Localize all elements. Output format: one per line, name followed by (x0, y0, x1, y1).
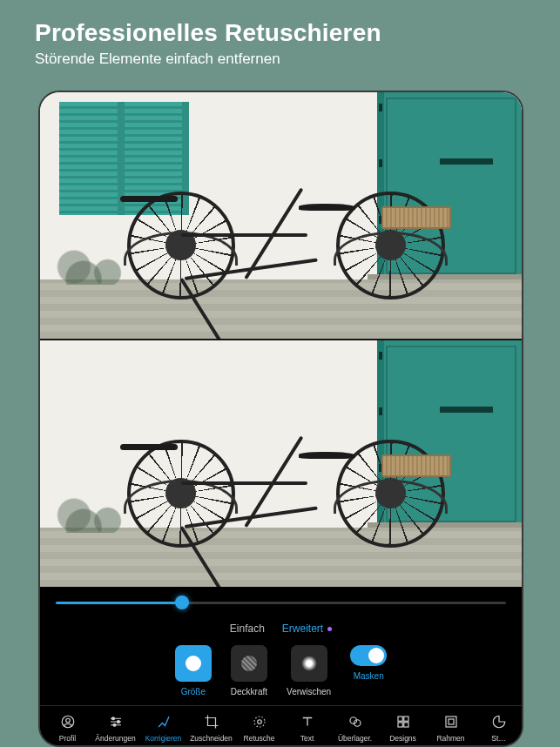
svg-point-5 (257, 720, 261, 724)
tool-opacity[interactable]: Deckkraft (231, 645, 267, 697)
svg-rect-12 (403, 723, 408, 727)
tablet-frame: Einfach Erweitert Größe Deckkraft Verw (38, 91, 523, 747)
after-image (40, 340, 522, 587)
nav-sticker[interactable]: St… (475, 714, 522, 743)
nav-label: Profil (59, 734, 76, 743)
heal-icon (156, 714, 172, 730)
svg-point-1 (65, 718, 70, 723)
mask-toggle[interactable] (350, 645, 387, 666)
adjust-icon (108, 714, 124, 730)
before-image (40, 92, 522, 339)
tool-blend-label: Verwischen (287, 687, 331, 697)
nav-text[interactable]: Text (283, 714, 331, 743)
frame-icon (443, 714, 459, 730)
text-icon (300, 714, 315, 730)
nav-label: Retusche (244, 734, 275, 743)
svg-rect-10 (403, 717, 408, 721)
svg-rect-11 (398, 723, 402, 727)
nav-korrigieren[interactable]: Korrigieren (139, 714, 187, 743)
nav-rahmen[interactable]: Rahmen (427, 714, 475, 743)
designs-icon (395, 714, 411, 730)
nav-profil[interactable]: Profil (44, 714, 91, 743)
mode-advanced[interactable]: Erweitert (282, 622, 332, 635)
mode-simple[interactable]: Einfach (230, 622, 265, 635)
mode-advanced-label: Erweitert (282, 622, 323, 635)
brush-size-slider[interactable] (56, 602, 506, 604)
nav-label: Änderungen (95, 734, 135, 743)
nav-label: St… (491, 734, 506, 743)
blend-soft-icon (301, 656, 317, 671)
nav-retusche[interactable]: Retusche (235, 714, 283, 743)
svg-rect-9 (398, 717, 402, 721)
svg-rect-13 (446, 717, 456, 727)
retouch-icon (252, 714, 267, 730)
sticker-icon (491, 714, 507, 730)
tool-mask[interactable]: Masken (350, 645, 387, 697)
tool-size-label: Größe (181, 687, 206, 697)
tool-mask-label: Masken (354, 671, 384, 681)
tool-size[interactable]: Größe (175, 645, 212, 697)
nav-label: Designs (389, 734, 416, 743)
new-feature-dot-icon (327, 627, 332, 631)
profile-icon (60, 714, 76, 730)
size-circle-icon (186, 656, 201, 671)
promo-subtitle: Störende Elemente einfach entfernen (35, 50, 525, 68)
nav-label: Text (300, 734, 314, 743)
bottom-nav: Profil Änderungen Korrigieren Zuschneide… (40, 706, 522, 745)
nav-designs[interactable]: Designs (379, 714, 427, 743)
tool-opacity-label: Deckkraft (231, 687, 267, 697)
nav-label: Überlager. (338, 734, 372, 743)
svg-rect-14 (449, 719, 454, 724)
crop-icon (204, 714, 219, 730)
nav-zuschneiden[interactable]: Zuschneiden (187, 714, 235, 743)
nav-aenderungen[interactable]: Änderungen (91, 714, 139, 743)
tool-blend[interactable]: Verwischen (287, 645, 331, 697)
nav-ueberlager[interactable]: Überlager. (331, 714, 379, 743)
opacity-hatch-icon (241, 656, 257, 671)
svg-point-6 (254, 717, 265, 727)
overlay-icon (347, 714, 363, 730)
svg-point-3 (117, 721, 119, 723)
slider-thumb[interactable] (175, 596, 189, 609)
nav-label: Korrigieren (145, 734, 182, 743)
image-compare-area (40, 92, 522, 587)
svg-point-2 (111, 717, 114, 720)
nav-label: Rahmen (436, 734, 464, 743)
nav-label: Zuschneiden (190, 734, 233, 743)
svg-point-4 (113, 723, 116, 726)
promo-title: Professionelles Retuschieren (35, 19, 525, 47)
